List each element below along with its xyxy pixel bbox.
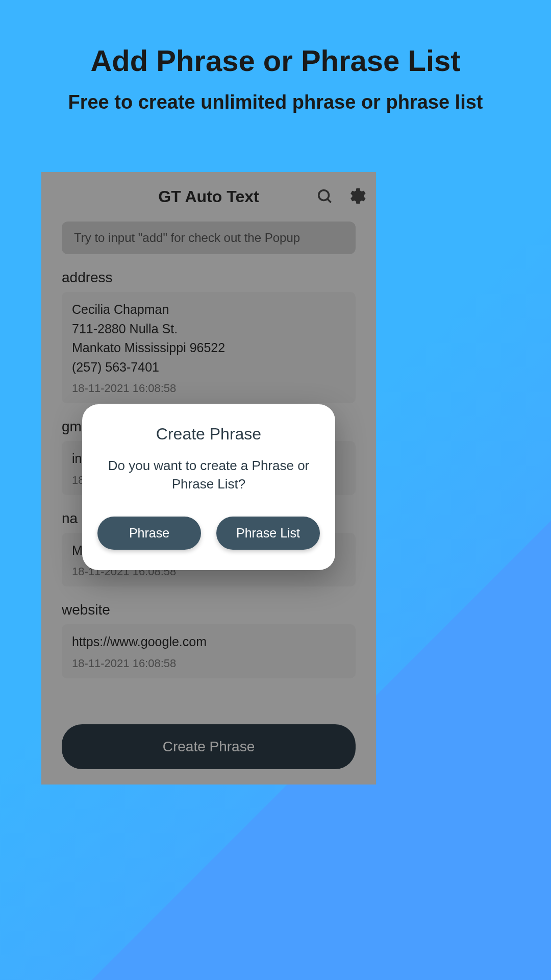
phrase-list-button[interactable]: Phrase List	[216, 517, 320, 550]
create-phrase-dialog: Create Phrase Do you want to create a Ph…	[82, 404, 335, 570]
promo-subtitle: Free to create unlimited phrase or phras…	[31, 88, 520, 117]
dialog-title: Create Phrase	[97, 425, 320, 444]
phrase-button[interactable]: Phrase	[97, 517, 201, 550]
dialog-message: Do you want to create a Phrase or Phrase…	[97, 456, 320, 494]
phone-frame: GT Auto Text Try to input "add" for chec…	[41, 172, 376, 785]
promo-title: Add Phrase or Phrase List	[31, 43, 520, 78]
promo-header: Add Phrase or Phrase List Free to create…	[0, 0, 551, 117]
